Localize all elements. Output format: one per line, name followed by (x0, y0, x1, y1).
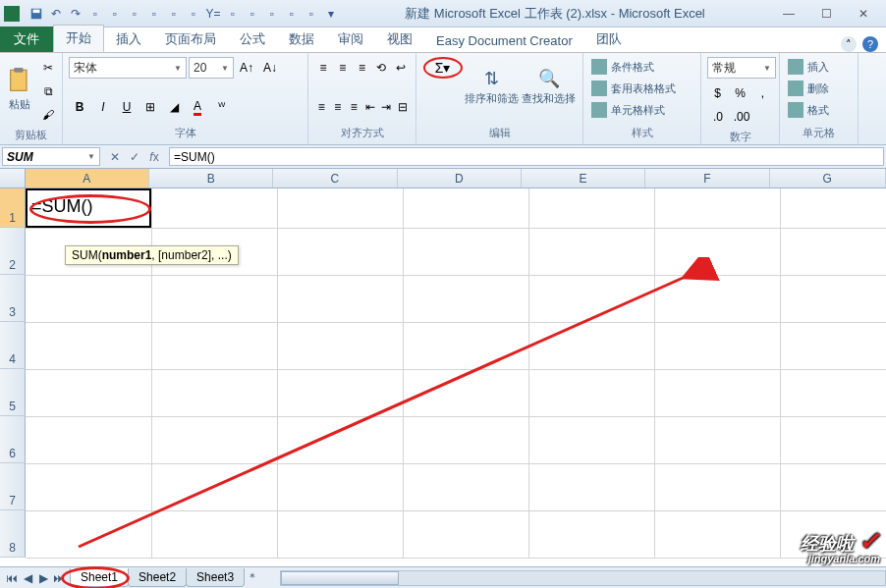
cut-icon[interactable]: ✂ (37, 57, 59, 79)
indent-inc-icon[interactable]: ⇥ (379, 96, 394, 118)
cancel-formula-icon[interactable]: ✕ (106, 148, 124, 166)
fill-color-icon[interactable]: ◢ (163, 96, 185, 118)
qat-btn-14[interactable]: ▫ (283, 5, 301, 23)
first-sheet-icon[interactable]: ⏮ (4, 570, 20, 586)
orientation-icon[interactable]: ⟲ (372, 57, 390, 79)
align-middle-icon[interactable]: ≡ (334, 57, 352, 79)
font-name-combo[interactable]: 宋体▼ (69, 57, 187, 79)
find-select-button[interactable]: 🔍 查找和选择 (522, 57, 577, 116)
sheet-tab-1[interactable]: Sheet1 (70, 568, 129, 587)
paste-button[interactable]: 粘贴 (6, 57, 33, 122)
merge-icon[interactable]: ⊟ (396, 96, 411, 118)
col-header-a[interactable]: A (26, 169, 149, 187)
format-cells-button[interactable]: 格式 (786, 100, 852, 120)
cell-styles-button[interactable]: 单元格样式 (589, 100, 694, 120)
qat-btn-13[interactable]: ▫ (263, 5, 281, 23)
qat-btn-5[interactable]: ▫ (106, 5, 124, 23)
close-button[interactable]: ✕ (849, 4, 878, 24)
qat-btn-15[interactable]: ▫ (303, 5, 320, 23)
comma-icon[interactable]: , (752, 82, 773, 104)
table-format-button[interactable]: 套用表格格式 (589, 79, 694, 98)
align-left-icon[interactable]: ≡ (314, 96, 329, 118)
help-icon[interactable]: ? (862, 36, 878, 52)
select-all-button[interactable] (0, 169, 26, 187)
align-top-icon[interactable]: ≡ (314, 57, 332, 79)
formula-input[interactable]: =SUM() (169, 147, 884, 166)
tab-team[interactable]: 团队 (584, 27, 634, 52)
col-header-e[interactable]: E (522, 169, 645, 187)
indent-dec-icon[interactable]: ⇤ (363, 96, 378, 118)
grow-font-icon[interactable]: A↑ (236, 57, 257, 79)
dec-decimal-icon[interactable]: .00 (731, 106, 752, 128)
row-header-7[interactable]: 7 (0, 463, 26, 510)
row-header-6[interactable]: 6 (0, 416, 26, 463)
font-size-combo[interactable]: 20▼ (189, 57, 234, 79)
fx-icon[interactable]: fx (145, 148, 163, 166)
enter-formula-icon[interactable]: ✓ (126, 148, 143, 166)
col-header-f[interactable]: F (645, 169, 769, 187)
minimize-button[interactable]: — (774, 4, 803, 24)
redo-icon[interactable]: ↷ (67, 5, 84, 23)
col-header-d[interactable]: D (398, 169, 522, 187)
tab-formulas[interactable]: 公式 (228, 27, 277, 52)
prev-sheet-icon[interactable]: ◀ (20, 570, 35, 586)
row-header-5[interactable]: 5 (0, 369, 26, 416)
qat-btn-12[interactable]: ▫ (244, 5, 261, 23)
col-header-b[interactable]: B (149, 169, 273, 187)
scroll-thumb[interactable] (281, 571, 399, 585)
row-header-3[interactable]: 3 (0, 275, 26, 322)
font-color-icon[interactable]: A (187, 96, 208, 118)
currency-icon[interactable]: $ (707, 82, 728, 104)
underline-button[interactable]: U (116, 96, 138, 118)
border-icon[interactable]: ⊞ (139, 96, 161, 118)
qat-btn-7[interactable]: ▫ (145, 5, 163, 23)
tab-insert[interactable]: 插入 (104, 27, 153, 52)
qat-dropdown-icon[interactable]: ▾ (322, 5, 340, 23)
phonetic-icon[interactable]: ᵂ (210, 96, 232, 118)
row-header-4[interactable]: 4 (0, 322, 26, 369)
tab-data[interactable]: 数据 (277, 27, 326, 52)
row-header-1[interactable]: 1 (0, 188, 26, 228)
col-header-g[interactable]: G (770, 169, 886, 187)
italic-button[interactable]: I (92, 96, 114, 118)
percent-icon[interactable]: % (730, 82, 750, 104)
sheet-tab-2[interactable]: Sheet2 (128, 568, 187, 587)
tab-view[interactable]: 视图 (375, 27, 424, 52)
copy-icon[interactable]: ⧉ (37, 80, 59, 102)
wrap-text-icon[interactable]: ↩ (392, 57, 410, 79)
name-box[interactable]: SUM▼ (2, 147, 100, 166)
next-sheet-icon[interactable]: ▶ (35, 570, 51, 586)
qat-btn-9[interactable]: ▫ (185, 5, 202, 23)
new-sheet-icon[interactable]: ＊ (245, 570, 260, 586)
cells-area[interactable]: =SUM() SUM(number1, [number2], ...) (26, 188, 886, 558)
align-bottom-icon[interactable]: ≡ (354, 57, 371, 79)
undo-icon[interactable]: ↶ (47, 5, 65, 23)
conditional-format-button[interactable]: 条件格式 (589, 57, 694, 77)
tab-file[interactable]: 文件 (0, 27, 53, 52)
sheet-tab-3[interactable]: Sheet3 (186, 568, 245, 587)
minimize-ribbon-icon[interactable]: ˄ (841, 36, 857, 52)
inc-decimal-icon[interactable]: .0 (707, 106, 729, 128)
align-right-icon[interactable]: ≡ (347, 96, 361, 118)
qat-btn-11[interactable]: ▫ (224, 5, 242, 23)
maximize-button[interactable]: ☐ (811, 4, 841, 24)
bold-button[interactable]: B (69, 96, 90, 118)
last-sheet-icon[interactable]: ⏭ (51, 570, 67, 586)
tab-home[interactable]: 开始 (53, 25, 104, 52)
qat-btn-8[interactable]: ▫ (165, 5, 183, 23)
tab-review[interactable]: 审阅 (326, 27, 375, 52)
row-header-8[interactable]: 8 (0, 510, 26, 558)
row-header-2[interactable]: 2 (0, 228, 26, 275)
sort-filter-button[interactable]: ⇅ 排序和筛选 (465, 57, 520, 116)
delete-cells-button[interactable]: 删除 (786, 79, 852, 98)
format-painter-icon[interactable]: 🖌 (37, 104, 59, 126)
shrink-font-icon[interactable]: A↓ (259, 57, 281, 79)
qat-btn-10[interactable]: Y= (204, 5, 222, 23)
align-center-icon[interactable]: ≡ (331, 96, 346, 118)
qat-btn-4[interactable]: ▫ (86, 5, 104, 23)
insert-cells-button[interactable]: 插入 (786, 57, 852, 77)
autosum-button[interactable]: Σ ▾ (423, 57, 463, 79)
tab-page-layout[interactable]: 页面布局 (153, 27, 228, 52)
tab-edc[interactable]: Easy Document Creator (424, 29, 584, 52)
save-icon[interactable] (28, 5, 45, 23)
